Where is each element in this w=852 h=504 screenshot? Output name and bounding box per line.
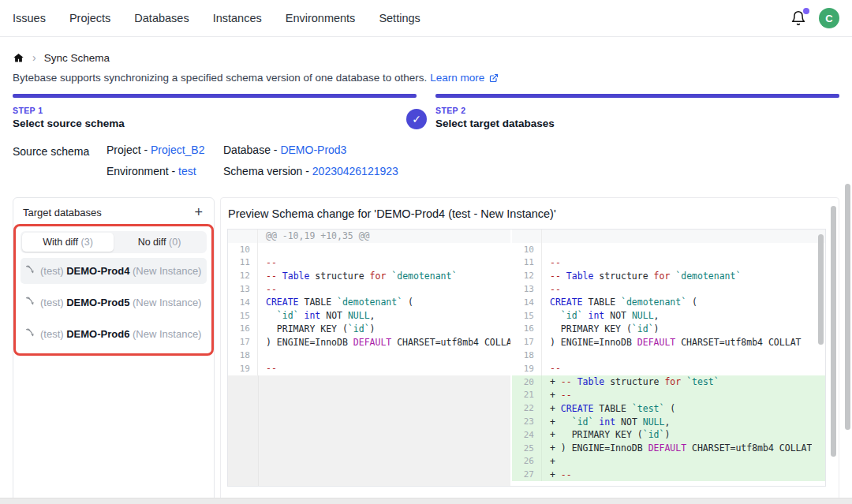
code-text: -- Table structure for `demotenant` xyxy=(258,271,457,282)
db-name: DEMO-Prod5 xyxy=(66,297,129,308)
project-link[interactable]: Project_B2 xyxy=(151,144,204,156)
diff-line: 11-- xyxy=(512,256,825,270)
line-number: 14 xyxy=(228,296,258,309)
environment-label: Environment - xyxy=(106,165,178,177)
nav-item-instances[interactable]: Instances xyxy=(213,12,262,24)
line-number: 18 xyxy=(512,349,542,362)
external-link-icon[interactable] xyxy=(489,73,499,83)
main-nav: Issues Projects Databases Instances Envi… xyxy=(13,12,420,24)
line-number: 23 xyxy=(512,415,542,428)
diff-line-added: 26+ xyxy=(512,455,825,469)
page-scrollbar[interactable] xyxy=(845,184,850,430)
code-text: -- xyxy=(542,284,561,295)
code-text: PRIMARY KEY (`id`) xyxy=(542,323,660,334)
top-navigation: Issues Projects Databases Instances Envi… xyxy=(0,0,852,37)
diff-line: 10 xyxy=(228,243,510,256)
diff-hunk-header: @@ -10,19 +10,35 @@ xyxy=(228,230,510,243)
diff-pane-target[interactable]: 1011--12-- Table structure for `demotena… xyxy=(512,230,825,486)
step-1-label: STEP 1 xyxy=(13,106,417,115)
source-schema-label: Source schema xyxy=(13,144,106,186)
line-number: 19 xyxy=(512,362,542,375)
line-number: 15 xyxy=(512,309,542,323)
avatar[interactable]: C xyxy=(819,8,839,28)
step-2-title: Select target databases xyxy=(435,118,839,129)
code-text: CREATE TABLE `demotenant` ( xyxy=(258,297,413,308)
code-text: + xyxy=(542,456,555,467)
line-number: 17 xyxy=(512,335,542,349)
add-target-database-button[interactable]: + xyxy=(191,205,206,219)
code-text: -- xyxy=(258,363,277,374)
notification-dot xyxy=(803,8,809,14)
nav-item-issues[interactable]: Issues xyxy=(13,12,46,24)
code-text: -- xyxy=(258,284,277,295)
diff-line: 16 PRIMARY KEY (`id`) xyxy=(228,323,510,336)
diff-line: 15 `id` int NOT NULL, xyxy=(512,309,825,323)
preview-title: Preview Schema change for 'DEMO-Prod4 (t… xyxy=(227,207,826,220)
diff-line-added: 25+ ) ENGINE=InnoDB DEFAULT CHARSET=utf8… xyxy=(512,442,825,455)
notifications-bell-icon[interactable] xyxy=(790,10,806,26)
step-1-check-icon: ✓ xyxy=(406,109,427,129)
gutter xyxy=(512,230,542,243)
diff-pane-scrollbar[interactable] xyxy=(818,234,824,345)
diff-line-added: 20+ -- Table structure for `test` xyxy=(512,375,825,389)
nav-item-environments[interactable]: Environments xyxy=(286,12,356,24)
diff-line-added: 22+ CREATE TABLE `test` ( xyxy=(512,401,825,415)
line-number: 22 xyxy=(512,401,542,415)
step-1: STEP 1 Select source schema ✓ xyxy=(13,94,417,129)
project-label: Project - xyxy=(106,144,151,156)
line-number: 15 xyxy=(228,309,258,323)
line-number: 16 xyxy=(228,323,258,336)
diff-empty-filler xyxy=(228,375,510,486)
nav-item-settings[interactable]: Settings xyxy=(379,12,420,24)
source-environment-field: Environment - test xyxy=(106,165,223,186)
mysql-icon xyxy=(25,264,36,278)
diff-line: 10 xyxy=(512,243,825,256)
code-text: + -- Table structure for `test` xyxy=(542,376,719,387)
code-text: ) ENGINE=InnoDB DEFAULT CHARSET=utf8mb4 … xyxy=(258,337,510,348)
code-text: -- xyxy=(542,257,561,268)
step-1-title: Select source schema xyxy=(13,118,417,129)
schema-diff-viewer: @@ -10,19 +10,35 @@ 1011--12-- Table str… xyxy=(227,229,826,487)
db-item-demo-prod4[interactable]: (test) DEMO-Prod4 (New Instance) xyxy=(21,258,207,284)
step-2-label: STEP 2 xyxy=(435,106,839,115)
line-number: 19 xyxy=(228,362,258,375)
code-text: `id` int NOT NULL, xyxy=(258,310,376,321)
database-link[interactable]: DEMO-Prod3 xyxy=(280,144,346,156)
code-text: CREATE TABLE `demotenant` ( xyxy=(542,297,697,308)
step-1-progress-bar xyxy=(13,94,417,98)
code-text: + ) ENGINE=InnoDB DEFAULT CHARSET=utf8mb… xyxy=(542,442,812,454)
db-name: DEMO-Prod6 xyxy=(66,328,129,340)
nav-item-projects[interactable]: Projects xyxy=(69,12,110,24)
line-number: 27 xyxy=(512,468,542,481)
db-env: (test) xyxy=(40,297,66,308)
diff-line: 18 xyxy=(228,349,510,362)
diff-line-added: 27+ -- xyxy=(512,468,825,481)
learn-more-link[interactable]: Learn more xyxy=(430,72,484,84)
diff-line: 11-- xyxy=(228,256,510,270)
intro-description: Bytebase supports synchronizing a specif… xyxy=(13,72,427,84)
preview-panel-scrollbar[interactable] xyxy=(831,206,836,457)
target-databases-title: Target databases xyxy=(23,207,102,218)
tab-with-diff[interactable]: With diff (3) xyxy=(22,233,114,252)
db-item-demo-prod5[interactable]: (test) DEMO-Prod5 (New Instance) xyxy=(21,289,207,315)
step-2: STEP 2 Select target databases xyxy=(435,94,839,129)
code-text: ) ENGINE=InnoDB DEFAULT CHARSET=utf8mb4 … xyxy=(542,337,802,348)
breadcrumb-page-title: Sync Schema xyxy=(44,52,110,64)
db-suffix: (New Instance) xyxy=(129,265,201,277)
environment-link[interactable]: test xyxy=(178,165,196,177)
db-item-demo-prod6[interactable]: (test) DEMO-Prod6 (New Instance) xyxy=(21,321,207,347)
diff-line: 14CREATE TABLE `demotenant` ( xyxy=(512,296,825,309)
nav-item-databases[interactable]: Databases xyxy=(134,12,189,24)
diff-line-added: 21+ -- xyxy=(512,389,825,402)
line-number: 24 xyxy=(512,428,542,442)
line-number: 25 xyxy=(512,442,542,455)
code-text: PRIMARY KEY (`id`) xyxy=(258,323,376,334)
schema-version-link[interactable]: 20230426121923 xyxy=(312,165,398,177)
diff-line: 13-- xyxy=(512,282,825,296)
intro-text: Bytebase supports synchronizing a specif… xyxy=(13,72,839,84)
tab-no-diff[interactable]: No diff (0) xyxy=(114,233,205,252)
home-icon[interactable] xyxy=(13,52,24,64)
diff-pane-source[interactable]: @@ -10,19 +10,35 @@ 1011--12-- Table str… xyxy=(228,230,512,486)
source-schema-summary: Source schema Project - Project_B2 Datab… xyxy=(13,144,839,186)
schema-preview-panel: Preview Schema change for 'DEMO-Prod4 (t… xyxy=(220,197,839,504)
